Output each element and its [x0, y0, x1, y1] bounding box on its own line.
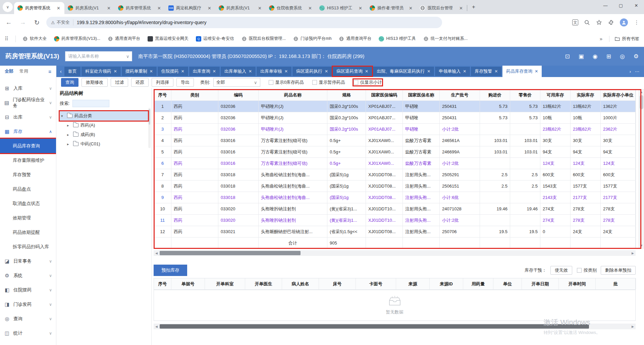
- sidebar-subitem-库存量限额维护[interactable]: 库存量限额维护: [0, 153, 56, 167]
- bookmark-item[interactable]: 通用查询平台: [108, 36, 140, 42]
- screencast-icon[interactable]: ⊡: [565, 53, 570, 60]
- sidebar-subitem-药品库存查询[interactable]: 药品库存查询: [0, 139, 56, 153]
- bookmark-item[interactable]: 门诊预约平台mh: [293, 36, 331, 42]
- tab-close-icon[interactable]: ✕: [325, 69, 328, 74]
- by-category-checkbox[interactable]: 按类别: [577, 267, 597, 273]
- sidebar-item-门诊发药[interactable]: ◨门诊发药∨: [0, 297, 56, 312]
- sidebar-subitem-药品盘点[interactable]: 药品盘点: [0, 182, 56, 196]
- display-icon[interactable]: ▣: [579, 53, 584, 60]
- browser-tab[interactable]: ◠◡HIS13 维护工✕: [316, 2, 366, 14]
- scroll-down-icon[interactable]: ▼: [640, 244, 643, 247]
- invalidate-button[interactable]: 使无效: [550, 266, 572, 275]
- module-tab-摆药单重制[interactable]: 摆药单重制✕: [122, 67, 157, 76]
- tab-close-icon[interactable]: ✕: [463, 69, 466, 74]
- bookmark-item[interactable]: ◠◡HIS13 维护工具: [379, 36, 416, 42]
- tab-close-icon[interactable]: ✕: [427, 69, 430, 74]
- forward-button[interactable]: →: [18, 19, 28, 26]
- translate-icon[interactable]: 文: [572, 19, 578, 25]
- tab-close-icon[interactable]: ✕: [106, 6, 111, 11]
- table-row[interactable]: 10西药033020头孢唑肟钠注射剂(黄)(省采3)1...XJ01DDT10.…: [154, 203, 635, 215]
- bookmark-item[interactable]: 通用查询平台: [339, 36, 371, 42]
- sidebar-item-系统[interactable]: ⚙系统∨: [0, 268, 56, 283]
- browser-tab[interactable]: CHS两定机构医疗✕: [165, 2, 215, 14]
- extensions-icon[interactable]: [608, 19, 614, 26]
- bookmark-star-icon[interactable]: [596, 19, 602, 26]
- table-row[interactable]: 6西药033016万古霉素注射剂(稳可信)0.5g+XJ01XAW0...盐酸万…: [154, 158, 635, 169]
- tab-close-icon[interactable]: ✕: [157, 6, 162, 11]
- module-tab-申领单输入[interactable]: 申领单输入✕: [435, 67, 470, 76]
- settings-icon[interactable]: ⚙: [634, 53, 639, 60]
- browser-menu-icon[interactable]: ⋮: [633, 19, 640, 26]
- scrollbar-thumb[interactable]: [640, 95, 643, 109]
- toolbar-button-列选择[interactable]: 列选择: [152, 78, 173, 87]
- checkbox-仅显示小计[interactable]: 仅显示小计: [354, 79, 382, 85]
- bookmarks-overflow-icon[interactable]: »: [600, 36, 602, 42]
- tree-scrollbar[interactable]: [148, 108, 151, 148]
- table-row[interactable]: 5西药033016万古霉素注射剂(稳可信)0.5g+XJ01XAW0...盐酸万…: [154, 146, 635, 158]
- voice-icon[interactable]: ◉: [593, 53, 598, 60]
- scroll-left-icon[interactable]: ‹: [58, 69, 63, 74]
- back-button[interactable]: ←: [4, 19, 13, 26]
- checkbox-icon[interactable]: [312, 80, 317, 85]
- sidebar-item-查询[interactable]: ◎查询∨: [0, 312, 56, 326]
- tab-close-icon[interactable]: ✕: [459, 6, 464, 11]
- tab-overflow-icon[interactable]: ⋯: [635, 69, 639, 74]
- zoom-icon[interactable]: [584, 19, 590, 26]
- sidebar-item-出库[interactable]: ⊟出库∨: [0, 110, 56, 124]
- menu-search-select[interactable]: 请输入菜单名称 ∨: [65, 51, 132, 61]
- browser-tab[interactable]: 药房系统(V1✕: [215, 2, 266, 14]
- scroll-left-arrow-icon[interactable]: ◀: [154, 325, 159, 328]
- tree-node-root[interactable]: ▾ 药品分类: [60, 111, 148, 121]
- minimize-button[interactable]: —: [598, 0, 613, 11]
- browser-tab[interactable]: 操作者:管理员✕: [366, 2, 417, 14]
- tree-search-input[interactable]: [72, 100, 109, 107]
- module-tab-出院、毒麻病区退药执行[interactable]: 出院、毒麻病区退药执行✕: [373, 67, 434, 76]
- bookmark-item[interactable]: 软件大全: [22, 36, 47, 42]
- sidebar-subitem-拆零药品扫码入库[interactable]: 拆零药品扫码入库: [0, 239, 56, 254]
- tab-close-icon[interactable]: ✕: [284, 69, 288, 74]
- tab-close-icon[interactable]: ✕: [358, 6, 363, 11]
- tree-node-中药(C01)[interactable]: ▸中药(C01): [60, 139, 148, 149]
- new-tab-button[interactable]: +: [469, 2, 478, 12]
- reload-button[interactable]: ↻: [32, 19, 42, 26]
- bookmark-item[interactable]: 药库管理系统(V13)...: [54, 36, 100, 42]
- toolbar-button-导出[interactable]: 导出: [176, 78, 194, 87]
- tab-close-icon[interactable]: ✕: [535, 69, 538, 74]
- all-bookmarks-button[interactable]: 所有书签: [609, 36, 639, 42]
- tab-search-button[interactable]: ∨: [3, 2, 13, 12]
- sidebar-subitem-库存预警[interactable]: 库存预警: [0, 167, 56, 182]
- tree-expand-icon[interactable]: ▸: [67, 123, 71, 128]
- table-row[interactable]: 12西药033021头孢哌酮钠舒巴坦钠注射...(省采5)1.5g<<XJ01D…: [154, 226, 635, 237]
- security-chip[interactable]: ⚠ 不安全: [51, 19, 73, 25]
- prehold-stock-tab[interactable]: 预扣库存: [154, 265, 187, 276]
- tab-close-icon[interactable]: ✕: [408, 6, 413, 11]
- bookmark-item[interactable]: Q运维安全-奇安信: [196, 36, 234, 42]
- table-row[interactable]: 7西药033018头孢曲松钠注射剂(海曲...(国采5)1gXJ01DDT08.…: [154, 169, 635, 181]
- address-bar[interactable]: ⚠ 不安全 199.9.129.29:8000/his-yf/app/#/inv…: [46, 17, 442, 28]
- module-tab-出库单输入[interactable]: 出库单输入✕: [221, 67, 256, 76]
- table-row[interactable]: 4西药033016万古霉素注射剂(稳可信)0.5g+XJ01XAW0...盐酸万…: [154, 135, 635, 146]
- tab-close-icon[interactable]: ✕: [257, 6, 262, 11]
- tab-close-icon[interactable]: ✕: [213, 69, 216, 74]
- table-total-row[interactable]: 合计905: [154, 237, 635, 249]
- scrollbar-thumb[interactable]: [160, 324, 589, 329]
- apps-icon[interactable]: ⊞: [606, 53, 611, 60]
- module-tab-科室处方领药[interactable]: 科室处方领药✕: [82, 67, 121, 76]
- tab-close-icon[interactable]: ✕: [114, 69, 117, 74]
- table-row[interactable]: 11西药033020头孢唑肟钠注射剂(黄)(省采3)1...XJ01DDT10.…: [154, 215, 635, 226]
- table-row[interactable]: 1西药032036甲硝唑片(J)国采0.2g*100sXP01ABJ07...甲…: [154, 101, 635, 112]
- sidebar-item-日常事务[interactable]: ◪日常事务∨: [0, 254, 56, 268]
- tab-close-icon[interactable]: ✕: [494, 69, 498, 74]
- checkbox-icon[interactable]: [577, 268, 582, 273]
- maximize-button[interactable]: ▢: [613, 0, 629, 11]
- tab-close-icon[interactable]: ✕: [56, 6, 61, 11]
- module-tab-药品库存查询[interactable]: 药品库存查询✕: [502, 66, 542, 77]
- checkbox-显示暂停药品[interactable]: 显示暂停药品: [312, 79, 345, 85]
- url-text[interactable]: 199.9.129.29:8000/his-yf/app/#/inventory…: [77, 20, 207, 25]
- scroll-left-arrow-icon[interactable]: ◀: [154, 252, 159, 255]
- scroll-right-icon[interactable]: ›: [630, 69, 631, 74]
- close-button[interactable]: ✕: [629, 0, 644, 11]
- delete-prehold-button[interactable]: 删除本单预扣: [601, 266, 636, 275]
- browser-tab[interactable]: 医院后台管理✕: [417, 2, 467, 14]
- bookmark-item[interactable]: 统一支付与对账系...: [423, 36, 468, 42]
